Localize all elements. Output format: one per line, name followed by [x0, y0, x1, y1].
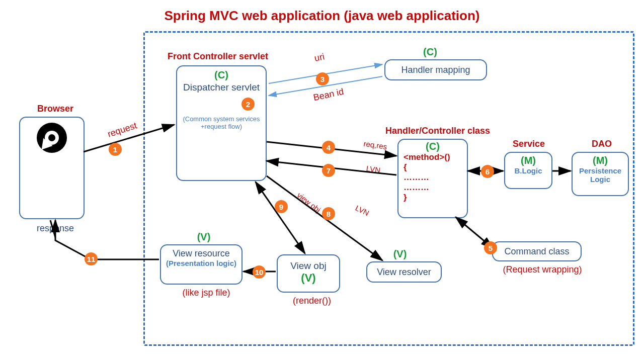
step-10: 10 [253, 265, 266, 279]
handler-mapping-mvc: (C) [418, 46, 443, 58]
hc-code-2: { [398, 162, 467, 172]
dao-mvc: (M) [573, 155, 628, 166]
service-label: Service [506, 139, 551, 149]
view-obj-box: View obj (V) [277, 254, 340, 293]
dispatcher-sub: (Common system services +request flow) [177, 115, 266, 130]
step-9: 9 [275, 200, 288, 213]
command-class-name: Command class [504, 246, 569, 257]
view-resolver-box: View resolver [366, 261, 442, 283]
browser-box [19, 117, 85, 219]
handler-mapping-box: Handler mapping [384, 59, 487, 80]
step-5: 5 [484, 241, 497, 254]
dispatcher-servlet-box: (C) Dispatcher servlet (Common system se… [176, 65, 267, 181]
browser-response-label: response [30, 223, 80, 234]
handler-mapping-name: Handler mapping [401, 65, 470, 75]
view-obj-sub: (render()) [282, 296, 342, 306]
step-7: 7 [322, 164, 335, 177]
dispatcher-mvc-tag: (C) [177, 69, 266, 81]
dispatcher-name: Dispatcher servlet [177, 82, 266, 93]
step-4: 4 [322, 141, 335, 154]
handler-controller-box: (C) <method>() { ……… ……… } [397, 139, 468, 218]
service-sub: B.Logic [505, 166, 551, 175]
chrome-icon [37, 123, 67, 153]
hc-code-3: ……… [398, 172, 467, 183]
arrow-request-label: request [99, 118, 145, 142]
view-obj-name: View obj [278, 260, 339, 272]
step-11: 11 [85, 252, 98, 265]
step-6: 6 [481, 165, 494, 178]
dao-label: DAO [582, 139, 622, 149]
handler-controller-mvc: (C) [398, 141, 467, 152]
hc-code-5: } [398, 193, 467, 203]
front-controller-label: Front Controller servlet [160, 51, 276, 62]
view-obj-mvc: (V) [278, 272, 339, 285]
view-resource-sub: (Presentation logic) [161, 259, 242, 267]
command-class-sub: (Request wrapping) [492, 264, 593, 275]
step-1: 1 [109, 143, 122, 156]
diagram-title: Spring MVC web application (java web app… [0, 8, 644, 24]
service-box: (M) B.Logic [504, 152, 552, 189]
service-mvc: (M) [505, 155, 551, 166]
command-class-box: Command class [492, 241, 582, 261]
dao-box: (M) Persistence Logic [572, 152, 629, 196]
view-resource-note: (like jsp file) [171, 288, 242, 298]
view-resource-box: View resource (Presentation logic) [160, 244, 243, 285]
browser-label: Browser [25, 104, 86, 114]
view-resolver-mvc: (V) [387, 248, 413, 260]
step-2: 2 [242, 98, 255, 111]
step-3: 3 [316, 72, 329, 85]
view-resource-name: View resource [161, 248, 242, 259]
step-8: 8 [322, 207, 335, 220]
view-resource-mvc: (V) [191, 231, 216, 243]
hc-code-4: ……… [398, 183, 467, 193]
view-resolver-name: View resolver [377, 267, 431, 278]
hc-code-1: <method>() [398, 152, 467, 162]
dao-sub: Persistence Logic [573, 166, 628, 184]
handler-controller-label: Handler/Controller class [377, 126, 498, 136]
